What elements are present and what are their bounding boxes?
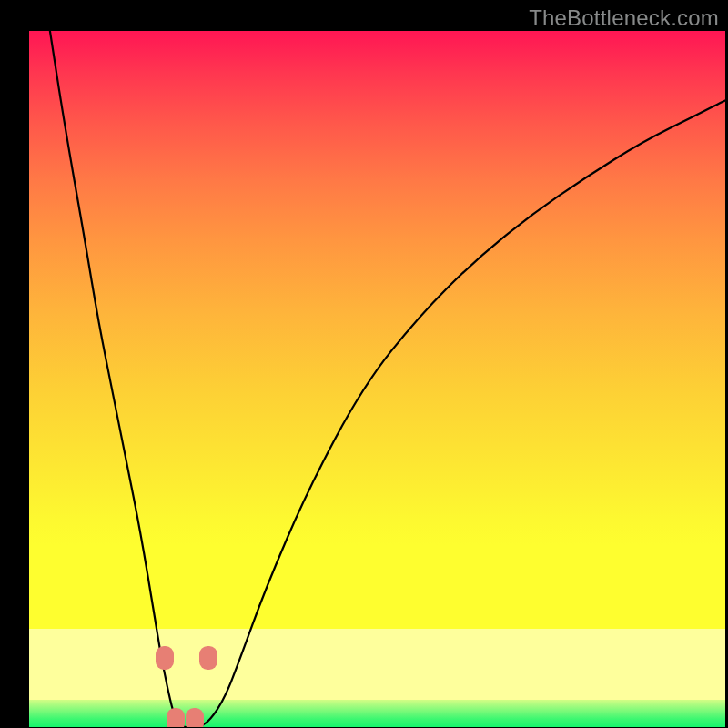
chart-frame — [29, 31, 725, 727]
curve-marker — [199, 646, 217, 670]
curve-marker — [186, 708, 204, 727]
curve-marker — [156, 646, 174, 670]
gradient-bg-green — [29, 700, 725, 727]
watermark-text: TheBottleneck.com — [529, 5, 719, 31]
gradient-bg-main — [29, 31, 725, 629]
curve-marker — [167, 708, 185, 727]
gradient-bg-pale — [29, 629, 725, 700]
